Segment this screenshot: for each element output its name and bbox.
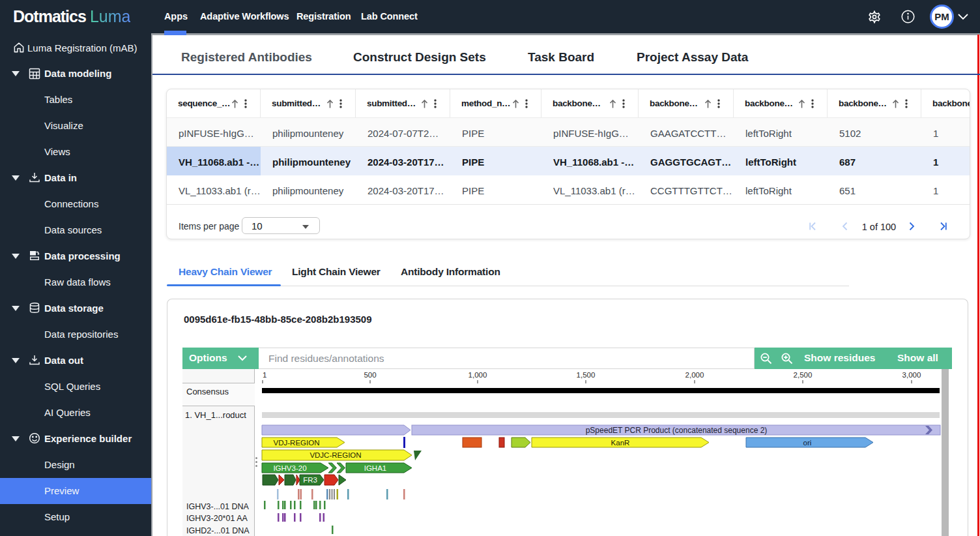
- svg-text:ori: ori: [803, 439, 812, 447]
- svg-text:2,500: 2,500: [794, 371, 813, 379]
- svg-text:KanR: KanR: [611, 439, 630, 447]
- svg-text:500: 500: [364, 371, 376, 379]
- svg-text:IGHV3-20: IGHV3-20: [273, 464, 306, 472]
- svg-text:IGHA1: IGHA1: [364, 464, 387, 472]
- svg-text:VDJC-REGION: VDJC-REGION: [310, 451, 361, 459]
- svg-text:1: 1: [263, 371, 267, 379]
- svg-text:1,000: 1,000: [468, 371, 487, 379]
- svg-text:VDJ-REGION: VDJ-REGION: [274, 439, 320, 447]
- svg-text:2,000: 2,000: [685, 371, 704, 379]
- svg-text:3,000: 3,000: [902, 371, 921, 379]
- svg-text:1,500: 1,500: [577, 371, 596, 379]
- svg-text:pSpeedET PCR Product (concaten: pSpeedET PCR Product (concatenated seque…: [586, 426, 768, 435]
- svg-text:FR3: FR3: [303, 476, 317, 484]
